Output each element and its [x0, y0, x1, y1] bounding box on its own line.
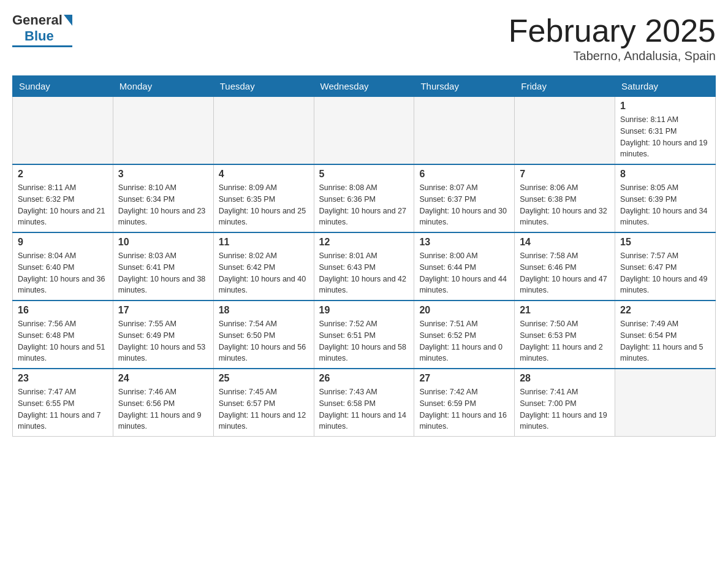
- calendar-cell: 13Sunrise: 8:00 AMSunset: 6:44 PMDayligh…: [414, 232, 515, 301]
- calendar-cell: [515, 97, 615, 165]
- calendar-cell: 19Sunrise: 7:52 AMSunset: 6:51 PMDayligh…: [314, 301, 414, 369]
- day-info: Sunrise: 8:05 AMSunset: 6:39 PMDaylight:…: [620, 182, 710, 228]
- day-number: 5: [319, 169, 409, 180]
- calendar-week-row: 2Sunrise: 8:11 AMSunset: 6:32 PMDaylight…: [13, 164, 716, 232]
- day-info: Sunrise: 7:58 AMSunset: 6:46 PMDaylight:…: [520, 250, 610, 296]
- calendar-cell: 20Sunrise: 7:51 AMSunset: 6:52 PMDayligh…: [414, 301, 515, 369]
- calendar-cell: 23Sunrise: 7:47 AMSunset: 6:55 PMDayligh…: [13, 369, 113, 437]
- day-info: Sunrise: 8:11 AMSunset: 6:32 PMDaylight:…: [18, 182, 108, 228]
- day-number: 24: [118, 373, 208, 384]
- calendar-cell: 6Sunrise: 8:07 AMSunset: 6:37 PMDaylight…: [414, 164, 515, 232]
- location-subtitle: Taberno, Andalusia, Spain: [509, 49, 716, 63]
- logo: General Blue: [12, 12, 72, 47]
- day-number: 6: [419, 169, 509, 180]
- day-info: Sunrise: 8:10 AMSunset: 6:34 PMDaylight:…: [118, 182, 208, 228]
- logo-blue-text: Blue: [25, 28, 54, 44]
- day-info: Sunrise: 8:06 AMSunset: 6:38 PMDaylight:…: [520, 182, 610, 228]
- day-number: 11: [219, 237, 309, 248]
- day-info: Sunrise: 8:02 AMSunset: 6:42 PMDaylight:…: [219, 250, 309, 296]
- calendar-header-thursday: Thursday: [414, 76, 515, 97]
- day-number: 17: [118, 305, 208, 316]
- calendar-cell: 24Sunrise: 7:46 AMSunset: 6:56 PMDayligh…: [113, 369, 213, 437]
- calendar-cell: [314, 97, 414, 165]
- calendar-cell: [414, 97, 515, 165]
- day-number: 1: [620, 101, 710, 112]
- day-number: 25: [219, 373, 309, 384]
- calendar-cell: [13, 97, 113, 165]
- day-number: 2: [18, 169, 108, 180]
- day-info: Sunrise: 7:57 AMSunset: 6:47 PMDaylight:…: [620, 250, 710, 296]
- calendar-week-row: 16Sunrise: 7:56 AMSunset: 6:48 PMDayligh…: [13, 301, 716, 369]
- day-info: Sunrise: 7:49 AMSunset: 6:54 PMDaylight:…: [620, 318, 710, 364]
- calendar-cell: 9Sunrise: 8:04 AMSunset: 6:40 PMDaylight…: [13, 232, 113, 301]
- day-number: 21: [520, 305, 610, 316]
- day-number: 26: [319, 373, 409, 384]
- day-number: 15: [620, 237, 710, 248]
- calendar-cell: 10Sunrise: 8:03 AMSunset: 6:41 PMDayligh…: [113, 232, 213, 301]
- day-number: 10: [118, 237, 208, 248]
- day-info: Sunrise: 7:47 AMSunset: 6:55 PMDaylight:…: [18, 386, 108, 432]
- calendar-cell: 5Sunrise: 8:08 AMSunset: 6:36 PMDaylight…: [314, 164, 414, 232]
- calendar-header-tuesday: Tuesday: [213, 76, 314, 97]
- day-info: Sunrise: 7:42 AMSunset: 6:59 PMDaylight:…: [419, 386, 509, 432]
- logo-underline: [12, 45, 72, 47]
- calendar-header-row: SundayMondayTuesdayWednesdayThursdayFrid…: [13, 76, 716, 97]
- calendar-cell: 26Sunrise: 7:43 AMSunset: 6:58 PMDayligh…: [314, 369, 414, 437]
- calendar-cell: 15Sunrise: 7:57 AMSunset: 6:47 PMDayligh…: [615, 232, 716, 301]
- day-info: Sunrise: 7:54 AMSunset: 6:50 PMDaylight:…: [219, 318, 309, 364]
- day-number: 12: [319, 237, 409, 248]
- day-number: 19: [319, 305, 409, 316]
- day-info: Sunrise: 7:51 AMSunset: 6:52 PMDaylight:…: [419, 318, 509, 364]
- calendar-cell: [213, 97, 314, 165]
- day-info: Sunrise: 7:43 AMSunset: 6:58 PMDaylight:…: [319, 386, 409, 432]
- day-info: Sunrise: 8:00 AMSunset: 6:44 PMDaylight:…: [419, 250, 509, 296]
- day-number: 23: [18, 373, 108, 384]
- calendar-cell: [113, 97, 213, 165]
- calendar-header-sunday: Sunday: [13, 76, 113, 97]
- day-number: 20: [419, 305, 509, 316]
- calendar-week-row: 1Sunrise: 8:11 AMSunset: 6:31 PMDaylight…: [13, 97, 716, 165]
- day-info: Sunrise: 7:55 AMSunset: 6:49 PMDaylight:…: [118, 318, 208, 364]
- calendar-week-row: 9Sunrise: 8:04 AMSunset: 6:40 PMDaylight…: [13, 232, 716, 301]
- day-number: 18: [219, 305, 309, 316]
- day-number: 7: [520, 169, 610, 180]
- day-number: 16: [18, 305, 108, 316]
- day-number: 3: [118, 169, 208, 180]
- day-info: Sunrise: 8:07 AMSunset: 6:37 PMDaylight:…: [419, 182, 509, 228]
- calendar-header-monday: Monday: [113, 76, 213, 97]
- logo-general-text: General: [12, 12, 63, 28]
- day-info: Sunrise: 7:45 AMSunset: 6:57 PMDaylight:…: [219, 386, 309, 432]
- calendar-cell: 18Sunrise: 7:54 AMSunset: 6:50 PMDayligh…: [213, 301, 314, 369]
- day-info: Sunrise: 8:08 AMSunset: 6:36 PMDaylight:…: [319, 182, 409, 228]
- calendar-cell: 11Sunrise: 8:02 AMSunset: 6:42 PMDayligh…: [213, 232, 314, 301]
- day-info: Sunrise: 7:52 AMSunset: 6:51 PMDaylight:…: [319, 318, 409, 364]
- calendar-cell: 2Sunrise: 8:11 AMSunset: 6:32 PMDaylight…: [13, 164, 113, 232]
- day-info: Sunrise: 7:46 AMSunset: 6:56 PMDaylight:…: [118, 386, 208, 432]
- day-info: Sunrise: 7:50 AMSunset: 6:53 PMDaylight:…: [520, 318, 610, 364]
- calendar-cell: 27Sunrise: 7:42 AMSunset: 6:59 PMDayligh…: [414, 369, 515, 437]
- page-header: General Blue February 2025 Taberno, Anda…: [12, 12, 716, 63]
- day-info: Sunrise: 8:11 AMSunset: 6:31 PMDaylight:…: [620, 114, 710, 160]
- calendar-cell: 17Sunrise: 7:55 AMSunset: 6:49 PMDayligh…: [113, 301, 213, 369]
- day-number: 22: [620, 305, 710, 316]
- day-number: 14: [520, 237, 610, 248]
- calendar-cell: 25Sunrise: 7:45 AMSunset: 6:57 PMDayligh…: [213, 369, 314, 437]
- day-info: Sunrise: 7:56 AMSunset: 6:48 PMDaylight:…: [18, 318, 108, 364]
- day-info: Sunrise: 7:41 AMSunset: 7:00 PMDaylight:…: [520, 386, 610, 432]
- calendar-cell: 8Sunrise: 8:05 AMSunset: 6:39 PMDaylight…: [615, 164, 716, 232]
- day-info: Sunrise: 8:04 AMSunset: 6:40 PMDaylight:…: [18, 250, 108, 296]
- day-number: 27: [419, 373, 509, 384]
- calendar-week-row: 23Sunrise: 7:47 AMSunset: 6:55 PMDayligh…: [13, 369, 716, 437]
- day-info: Sunrise: 8:03 AMSunset: 6:41 PMDaylight:…: [118, 250, 208, 296]
- day-number: 13: [419, 237, 509, 248]
- calendar-table: SundayMondayTuesdayWednesdayThursdayFrid…: [12, 75, 716, 437]
- month-year-title: February 2025: [509, 12, 716, 49]
- calendar-cell: 16Sunrise: 7:56 AMSunset: 6:48 PMDayligh…: [13, 301, 113, 369]
- day-number: 4: [219, 169, 309, 180]
- calendar-cell: 28Sunrise: 7:41 AMSunset: 7:00 PMDayligh…: [515, 369, 615, 437]
- calendar-header-wednesday: Wednesday: [314, 76, 414, 97]
- calendar-cell: 21Sunrise: 7:50 AMSunset: 6:53 PMDayligh…: [515, 301, 615, 369]
- calendar-cell: 4Sunrise: 8:09 AMSunset: 6:35 PMDaylight…: [213, 164, 314, 232]
- calendar-cell: 22Sunrise: 7:49 AMSunset: 6:54 PMDayligh…: [615, 301, 716, 369]
- day-info: Sunrise: 8:01 AMSunset: 6:43 PMDaylight:…: [319, 250, 409, 296]
